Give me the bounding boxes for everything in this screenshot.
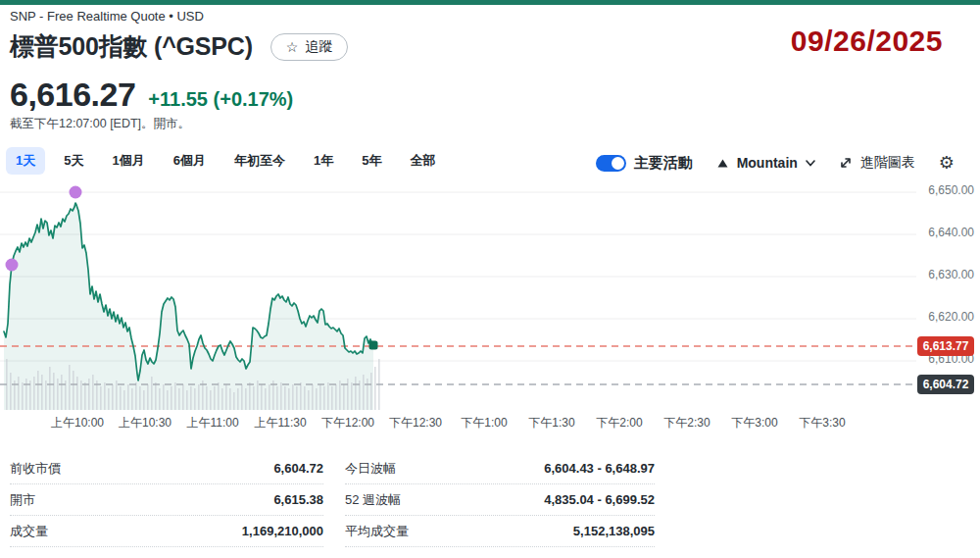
volume-bar xyxy=(190,386,192,410)
volume-bar xyxy=(351,382,353,410)
stat-row-open: 開市 6,615.38 xyxy=(10,484,323,516)
key-events-toggle[interactable] xyxy=(596,155,626,172)
volume-bar xyxy=(33,377,35,410)
volume-bar xyxy=(10,373,12,410)
volume-bar xyxy=(312,384,314,410)
advanced-chart-label: 進階圖表 xyxy=(860,154,915,172)
volume-bar xyxy=(210,390,212,410)
volume-bar xyxy=(245,388,247,410)
stats-column-left: 前收市價 6,604.72 開市 6,615.38 成交量 1,169,210,… xyxy=(10,453,323,547)
volume-bar xyxy=(308,390,310,410)
advanced-chart-link[interactable]: 進階圖表 xyxy=(839,154,915,172)
volume-bar xyxy=(127,384,129,410)
key-events-label: 主要活動 xyxy=(634,154,693,173)
volume-bar xyxy=(69,365,71,410)
follow-button[interactable]: ☆ 追蹤 xyxy=(270,33,349,61)
title-row: 標普500指數 (^GSPC) ☆ 追蹤 xyxy=(10,30,348,63)
volume-bar xyxy=(174,382,176,410)
volume-bar xyxy=(37,371,39,410)
tab-1y[interactable]: 1年 xyxy=(304,147,343,175)
prev-close-badge: 6,604.72 xyxy=(917,375,974,394)
volume-bar xyxy=(335,384,337,410)
volume-bar xyxy=(41,375,43,410)
volume-bar xyxy=(221,388,223,410)
tab-1d[interactable]: 1天 xyxy=(6,147,45,175)
volume-bar xyxy=(370,373,372,410)
volume-bar xyxy=(100,386,102,410)
settings-gear-icon[interactable]: ⚙ xyxy=(939,154,955,172)
volume-bar xyxy=(276,386,278,410)
volume-bar xyxy=(73,371,74,410)
volume-bar xyxy=(241,384,243,410)
volume-bar xyxy=(218,382,220,410)
star-icon: ☆ xyxy=(286,40,299,54)
volume-bar xyxy=(296,386,298,410)
chart-type-select[interactable]: Mountain xyxy=(716,155,815,171)
x-axis-label: 下午12:30 xyxy=(376,415,455,431)
x-axis-label: 下午3:30 xyxy=(783,415,861,431)
volume-bar xyxy=(49,367,51,410)
volume-bar xyxy=(163,384,165,410)
volume-bar xyxy=(147,384,149,410)
volume-bar xyxy=(167,390,169,410)
stat-row-day-range: 今日波幅 6,604.43 - 6,648.97 xyxy=(345,453,655,484)
date-overlay: 09/26/2025 xyxy=(791,25,943,58)
volume-bar xyxy=(249,382,251,410)
volume-bar xyxy=(269,384,270,410)
tab-1m[interactable]: 1個月 xyxy=(102,147,154,175)
volume-bar xyxy=(139,386,141,410)
volume-bar xyxy=(25,379,27,410)
volume-bar xyxy=(155,382,157,410)
volume-bar xyxy=(171,386,172,410)
volume-bar xyxy=(116,380,118,410)
volume-bar xyxy=(363,375,365,410)
volume-bar xyxy=(135,382,137,410)
volume-bar xyxy=(261,384,263,410)
tab-5d[interactable]: 5天 xyxy=(54,147,93,175)
mountain-icon xyxy=(716,157,729,169)
volume-bar xyxy=(374,367,376,410)
volume-bar xyxy=(229,388,231,410)
chart-toolbar: 1天 5天 1個月 6個月 年初至今 1年 5年 全部 主要活動 Mountai… xyxy=(0,147,980,180)
volume-bar xyxy=(355,377,357,410)
x-axis-label: 下午12:00 xyxy=(309,415,387,431)
price-change: +11.55 (+0.17%) xyxy=(148,88,293,111)
x-axis-label: 上午10:30 xyxy=(106,415,184,431)
volume-bar xyxy=(88,379,90,410)
stats-column-right: 今日波幅 6,604.43 - 6,648.97 52 週波幅 4,835.04… xyxy=(345,453,655,547)
tab-6m[interactable]: 6個月 xyxy=(164,147,216,175)
stat-value: 5,152,138,095 xyxy=(573,524,655,538)
chart-type-label: Mountain xyxy=(737,155,798,171)
volume-bar xyxy=(104,382,106,410)
volume-bar xyxy=(198,384,200,410)
price-chart-canvas xyxy=(0,181,980,436)
volume-bar xyxy=(331,386,333,410)
current-price-badge: 6,613.77 xyxy=(917,336,974,356)
stat-label: 前收市價 xyxy=(10,460,61,478)
volume-bar xyxy=(284,386,286,410)
stat-label: 開市 xyxy=(10,491,35,509)
tab-5y[interactable]: 5年 xyxy=(352,147,391,175)
volume-bar xyxy=(57,379,59,410)
volume-bar xyxy=(265,388,267,410)
volume-bar xyxy=(206,386,208,410)
stat-label: 平均成交量 xyxy=(345,523,409,540)
tab-ytd[interactable]: 年初至今 xyxy=(224,147,295,175)
chevron-down-icon xyxy=(806,160,815,167)
x-axis-label: 下午2:30 xyxy=(648,415,726,431)
stat-label: 成交量 xyxy=(10,523,48,540)
y-axis-label: 6,650.00 xyxy=(919,183,974,197)
event-marker-dot xyxy=(70,186,82,199)
tab-all[interactable]: 全部 xyxy=(400,147,445,175)
volume-bar xyxy=(123,390,125,410)
stat-row-volume: 成交量 1,169,210,000 xyxy=(10,516,323,547)
volume-bar xyxy=(143,390,145,410)
price-row: 6,616.27 +11.55 (+0.17%) xyxy=(10,76,293,114)
last-price-dot xyxy=(369,341,378,350)
volume-bar xyxy=(280,382,282,410)
stat-label: 今日波幅 xyxy=(345,460,396,478)
price-chart[interactable]: 6,650.006,640.006,630.006,620.006,610.00… xyxy=(0,181,980,436)
volume-bar xyxy=(45,380,47,410)
volume-bar xyxy=(120,386,122,410)
x-axis-label: 下午1:00 xyxy=(445,415,523,431)
